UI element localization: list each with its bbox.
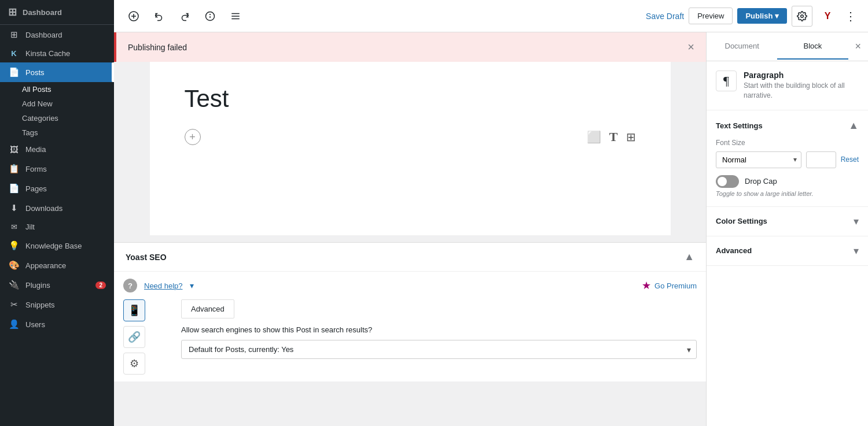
redo-button[interactable] xyxy=(174,6,195,27)
kinsta-icon: K xyxy=(8,49,20,58)
editor-canvas: Test + ⬜ T ⊞ xyxy=(150,62,671,235)
right-panel-tabs: Document Block × xyxy=(707,32,868,61)
block-info-section: ¶ Paragraph Start with the building bloc… xyxy=(707,61,868,110)
yoast-collapse-icon: ▲ xyxy=(684,251,694,263)
yoast-content: Advanced Allow search engines to show th… xyxy=(181,299,697,375)
sidebar-item-media[interactable]: 🖼 Media xyxy=(0,140,114,159)
sidebar-item-plugins[interactable]: 🔌 Plugins 2 xyxy=(0,275,114,295)
publish-error-banner: Publishing failed × xyxy=(114,32,706,62)
font-size-select[interactable]: Small Normal Medium Large Huge xyxy=(716,151,801,168)
drop-cap-toggle[interactable] xyxy=(716,175,739,188)
right-panel-close-button[interactable]: × xyxy=(848,32,869,61)
publish-button[interactable]: Publish ▾ xyxy=(737,8,787,24)
sidebar-item-forms[interactable]: 📋 Forms xyxy=(0,159,114,179)
yoast-header[interactable]: Yoast SEO ▲ xyxy=(114,243,706,272)
text-settings-toggle[interactable]: ▲ xyxy=(848,120,859,132)
drop-cap-info: Drop Cap xyxy=(745,177,777,186)
save-draft-button[interactable]: Save Draft xyxy=(646,12,684,21)
pages-icon: 📄 xyxy=(8,183,20,194)
sidebar-item-label: Plugins xyxy=(25,281,50,290)
block-info: Paragraph Start with the building block … xyxy=(744,71,859,101)
yoast-button[interactable]: Y xyxy=(817,6,838,27)
editor-body[interactable]: + ⬜ T ⊞ xyxy=(185,124,636,159)
right-panel: Document Block × ¶ Paragraph Start with … xyxy=(706,32,868,426)
svg-point-9 xyxy=(801,14,804,17)
sidebar-item-posts[interactable]: 📄 Posts xyxy=(0,62,114,82)
sidebar-item-downloads[interactable]: ⬇ Downloads xyxy=(0,198,114,218)
sidebar-sub-tags[interactable]: Tags xyxy=(0,125,114,140)
sidebar-item-kinsta-cache[interactable]: K Kinsta Cache xyxy=(0,45,114,62)
sidebar-item-label: Pages xyxy=(25,184,47,193)
drop-cap-description: Toggle to show a large initial letter. xyxy=(716,190,859,197)
info-button[interactable] xyxy=(200,6,220,27)
font-size-select-wrap: Small Normal Medium Large Huge ▾ xyxy=(716,151,801,168)
block-description: Start with the building block of all nar… xyxy=(744,81,859,101)
drop-cap-label: Drop Cap xyxy=(745,177,777,186)
yoast-premium-link[interactable]: ★ Go Premium xyxy=(642,279,697,292)
sidebar-sub-add-new[interactable]: Add New xyxy=(0,97,114,111)
drop-cap-track xyxy=(716,175,739,188)
sidebar-item-jilt[interactable]: ✉ Jilt xyxy=(0,218,114,236)
font-size-reset-button[interactable]: Reset xyxy=(841,155,859,164)
advanced-header[interactable]: Advanced ▾ xyxy=(716,245,859,257)
sidebar-item-pages[interactable]: 📄 Pages xyxy=(0,179,114,198)
sidebar-sub-all-posts[interactable]: All Posts xyxy=(0,82,114,97)
yoast-tab-advanced[interactable]: Advanced xyxy=(181,299,234,318)
font-size-row: Small Normal Medium Large Huge ▾ Reset xyxy=(716,151,859,168)
error-close-button[interactable]: × xyxy=(687,40,694,54)
appearance-icon: 🎨 xyxy=(8,260,20,271)
yoast-icon-social[interactable]: 🔗 xyxy=(123,326,145,348)
main-area: Save Draft Preview Publish ▾ Y ⋮ Publish… xyxy=(114,0,868,426)
yoast-layout: 📱 🔗 ⚙ Advanced Allow search engines to s… xyxy=(123,299,697,375)
drop-cap-row: Drop Cap xyxy=(716,175,859,188)
yoast-panel: Yoast SEO ▲ ? Need help? ▾ ★ Go Premium xyxy=(114,242,706,381)
yoast-help-button[interactable]: ? xyxy=(123,279,137,292)
yoast-icon-settings[interactable]: ⚙ xyxy=(123,353,145,375)
sidebar-item-snippets[interactable]: ✂ Snippets xyxy=(0,295,114,314)
sidebar-item-users[interactable]: 👤 Users xyxy=(0,314,114,334)
font-size-custom-input[interactable] xyxy=(806,151,836,168)
editor-title[interactable]: Test xyxy=(185,85,636,113)
top-toolbar: Save Draft Preview Publish ▾ Y ⋮ xyxy=(114,0,868,32)
posts-submenu: All Posts Add New Categories Tags xyxy=(0,82,114,140)
tab-document[interactable]: Document xyxy=(707,34,777,60)
downloads-icon: ⬇ xyxy=(8,203,20,213)
gallery-icon[interactable]: ⊞ xyxy=(626,130,636,144)
tab-block[interactable]: Block xyxy=(777,34,848,60)
snippets-icon: ✂ xyxy=(8,299,20,310)
yoast-premium-label: Go Premium xyxy=(654,281,697,290)
yoast-need-help-link[interactable]: Need help? xyxy=(144,281,183,290)
color-settings-title: Color Settings xyxy=(716,217,767,225)
knowledge-base-icon: 💡 xyxy=(8,240,20,251)
settings-button[interactable] xyxy=(792,6,812,27)
text-settings-section: Text Settings ▲ Font Size Small Normal M… xyxy=(707,110,868,207)
sidebar-item-appearance[interactable]: 🎨 Appearance xyxy=(0,255,114,275)
advanced-toggle[interactable]: ▾ xyxy=(854,245,859,257)
sidebar-item-label: Dashboard xyxy=(25,31,62,39)
color-settings-header[interactable]: Color Settings ▾ xyxy=(716,215,859,228)
sidebar-item-label: Forms xyxy=(25,165,47,173)
yoast-icon-mobile[interactable]: 📱 xyxy=(123,299,145,321)
sidebar-item-label: Posts xyxy=(25,68,45,77)
dashboard-label[interactable]: Dashboard xyxy=(23,8,62,17)
sidebar-item-dashboard[interactable]: ⊞ Dashboard xyxy=(0,25,114,45)
yoast-search-select[interactable]: Default for Posts, currently: Yes Yes No xyxy=(181,340,697,359)
text-settings-header[interactable]: Text Settings ▲ xyxy=(716,120,859,132)
preview-button[interactable]: Preview xyxy=(689,8,733,24)
list-view-button[interactable] xyxy=(225,6,246,27)
yoast-select-wrap: Default for Posts, currently: Yes Yes No… xyxy=(181,340,697,359)
yoast-question: Allow search engines to show this Post i… xyxy=(181,325,697,334)
color-settings-toggle[interactable]: ▾ xyxy=(854,215,859,228)
text-icon[interactable]: T xyxy=(609,129,618,145)
color-settings-section: Color Settings ▾ xyxy=(707,207,868,236)
add-block-button[interactable] xyxy=(123,6,144,27)
image-icon[interactable]: ⬜ xyxy=(587,130,601,144)
more-options-button[interactable]: ⋮ xyxy=(843,9,859,23)
sidebar-item-label: Kinsta Cache xyxy=(25,49,70,58)
yoast-dropdown-icon: ▾ xyxy=(190,281,194,290)
jilt-icon: ✉ xyxy=(8,223,20,231)
undo-button[interactable] xyxy=(149,6,170,27)
sidebar-item-knowledge-base[interactable]: 💡 Knowledge Base xyxy=(0,236,114,255)
sidebar-sub-categories[interactable]: Categories xyxy=(0,111,114,125)
add-block-inline-button[interactable]: + xyxy=(185,129,201,145)
